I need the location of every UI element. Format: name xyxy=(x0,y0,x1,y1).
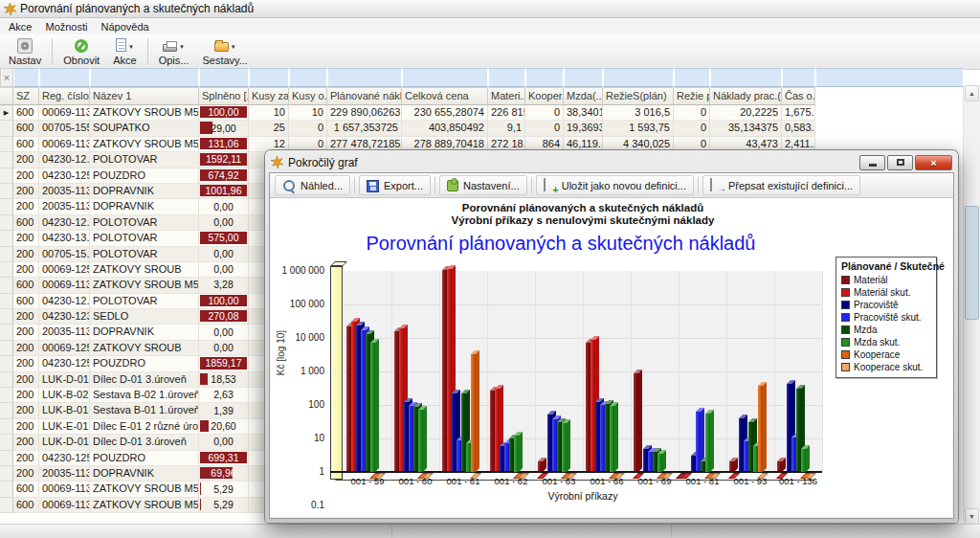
cell-splneno-progress[interactable]: 0,00 xyxy=(199,215,249,231)
cell-Kusy o...[interactable]: 10 xyxy=(289,105,327,121)
cell-Kusy za...[interactable]: 25 xyxy=(249,121,289,136)
cell-Mzda(...[interactable]: 19,36935 xyxy=(564,121,603,136)
cell-reg-cislo[interactable]: 00705-15... xyxy=(39,247,90,262)
cell-reg-cislo[interactable]: 20035-113 xyxy=(39,199,90,214)
row-selector[interactable] xyxy=(0,309,13,325)
column-header-RežieS(plán)[interactable]: RežieS(plán) xyxy=(603,87,674,105)
filter-cell[interactable] xyxy=(90,68,199,87)
column-header-Plánované nákl...[interactable]: Plánované nákl... xyxy=(327,87,402,105)
cell-nazev[interactable]: DOPRAVNIK xyxy=(90,184,199,199)
cell-Režie p...[interactable]: 0 xyxy=(674,121,710,136)
row-selector[interactable] xyxy=(0,152,13,168)
cell-reg-cislo[interactable]: 00705-155 xyxy=(39,121,90,136)
cell-sz[interactable]: 200 xyxy=(13,451,39,466)
toolbar-button-gear[interactable]: Nastav xyxy=(2,35,48,68)
row-selector[interactable] xyxy=(0,388,13,403)
cell-Celková cena[interactable]: 230 655,28074 xyxy=(402,105,488,121)
cell-nazev[interactable]: POLOTOVAR xyxy=(90,247,199,262)
dialog-toolbar-button-save-new[interactable]: Uložit jako novou definici... xyxy=(536,175,694,195)
column-header-Kooper...[interactable]: Kooper... xyxy=(525,87,564,105)
row-selector[interactable] xyxy=(0,199,13,214)
cell-sz[interactable]: 200 xyxy=(13,168,39,184)
cell-splneno-progress[interactable]: 20,60 xyxy=(199,419,249,435)
cell-sz[interactable]: 600 xyxy=(13,215,39,231)
cell-splneno-progress[interactable]: 1859,17 xyxy=(199,356,249,371)
cell-splneno-progress[interactable]: 100,00 xyxy=(199,105,249,121)
cell-splneno-progress[interactable]: 1001,96 xyxy=(199,184,249,199)
row-selector[interactable] xyxy=(0,341,13,356)
clear-filter-icon[interactable]: × xyxy=(0,68,13,87)
row-selector[interactable] xyxy=(0,403,13,418)
column-header-Náklady prac.(...[interactable]: Náklady prac.(... xyxy=(710,87,782,105)
cell-reg-cislo[interactable]: LUK-D-01 xyxy=(39,372,90,388)
column-header-Mzda(...[interactable]: Mzda(... xyxy=(564,87,603,105)
cell-reg-cislo[interactable]: 00069-113 xyxy=(39,105,90,121)
cell-splneno-progress[interactable]: 29,00 xyxy=(199,121,249,136)
cell-sz[interactable]: 200 xyxy=(13,341,39,356)
chevron-down-icon[interactable]: ▼ xyxy=(128,44,134,50)
cell-splneno-progress[interactable]: 699,31 xyxy=(199,451,249,466)
cell-nazev[interactable]: POUZDRO xyxy=(90,168,199,184)
row-selector[interactable] xyxy=(0,435,13,450)
cell-reg-cislo[interactable]: 04230-13... xyxy=(39,231,90,246)
filter-cell[interactable] xyxy=(815,68,964,87)
cell-reg-cislo[interactable]: 04230-125 xyxy=(39,356,90,371)
cell-sz[interactable]: 600 xyxy=(13,105,39,121)
toolbar-button-printer[interactable]: ▼Opis... xyxy=(152,35,196,68)
row-selector[interactable] xyxy=(0,247,13,262)
cell-nazev[interactable]: ZATKOVY SROUB M5 X... xyxy=(90,278,199,293)
cell-nazev[interactable]: ZATKOVY SROUB M5 X... xyxy=(90,137,199,152)
cell-splneno-progress[interactable]: 1592,11 xyxy=(199,152,249,168)
cell-splneno-progress[interactable]: 1,39 xyxy=(199,403,249,418)
row-selector[interactable] xyxy=(0,466,13,482)
minimize-button[interactable] xyxy=(859,155,885,170)
cell-Materi...[interactable]: 226 815 xyxy=(488,105,525,121)
cell-sz[interactable]: 200 xyxy=(13,325,39,340)
row-selector[interactable] xyxy=(0,372,13,388)
cell-sz[interactable]: 200 xyxy=(13,247,39,262)
row-selector[interactable] xyxy=(0,325,13,340)
cell-splneno-progress[interactable]: 5,29 xyxy=(199,498,249,513)
cell-reg-cislo[interactable]: 00069-113 xyxy=(39,278,90,293)
cell-nazev[interactable]: POUZDRO xyxy=(90,356,199,371)
column-header-SZ[interactable]: SZ xyxy=(13,87,39,105)
cell-Mzda(...[interactable]: 38,34013 xyxy=(564,105,603,121)
cell-nazev[interactable]: POUZDRO xyxy=(90,451,199,466)
cell-reg-cislo[interactable]: 20035-113 xyxy=(39,325,90,340)
cell-sz[interactable]: 600 xyxy=(13,498,39,513)
filter-cell[interactable] xyxy=(327,68,402,87)
cell-nazev[interactable]: ZATKOVY SROUB M5 X... xyxy=(90,482,199,497)
cell-RežieS(plán)[interactable]: 3 016,5 xyxy=(603,105,674,121)
cell-Náklady prac.(...[interactable]: 20,2225 xyxy=(710,105,782,121)
filter-cell[interactable] xyxy=(289,68,327,87)
cell-splneno-progress[interactable]: 0,00 xyxy=(199,247,249,262)
toolbar-button-folder[interactable]: ▼Sestavy... xyxy=(195,35,254,68)
cell-nazev[interactable]: Sestava B-01 1.úroveň xyxy=(90,403,199,418)
row-selector[interactable] xyxy=(0,121,13,136)
cell-splneno-progress[interactable]: 0,00 xyxy=(199,262,249,278)
toolbar-button-action-page[interactable]: ▼Akce xyxy=(106,35,143,68)
menu-item-akce[interactable]: Akce xyxy=(2,20,38,34)
cell-nazev[interactable]: ZATKOVY SROUB xyxy=(90,262,199,278)
scroll-up-icon[interactable]: ▲ xyxy=(965,85,979,101)
filter-cell[interactable] xyxy=(402,68,488,87)
cell-splneno-progress[interactable]: 5,29 xyxy=(199,482,249,497)
cell-sz[interactable]: 200 xyxy=(13,419,39,435)
row-selector[interactable] xyxy=(0,294,13,309)
filter-cell[interactable] xyxy=(603,68,674,87)
cell-nazev[interactable]: Sestava B-02 1.úroveň xyxy=(90,388,199,403)
cell-reg-cislo[interactable]: 20035-113 xyxy=(39,184,90,199)
cell-sz[interactable]: 200 xyxy=(13,466,39,482)
filter-cell[interactable] xyxy=(488,68,525,87)
cell-splneno-progress[interactable]: 0,00 xyxy=(199,199,249,214)
cell-nazev[interactable]: Dílec D-01 3.úroveň xyxy=(90,372,199,388)
cell-reg-cislo[interactable]: 00069-113 xyxy=(39,498,90,513)
column-header-Kusy za...[interactable]: Kusy za... xyxy=(249,87,289,105)
column-header-Kusy o...[interactable]: Kusy o... xyxy=(289,87,327,105)
cell-RežieS(plán)[interactable]: 1 593,75 xyxy=(603,121,674,136)
cell-splneno-progress[interactable]: 0,00 xyxy=(199,325,249,340)
cell-reg-cislo[interactable]: 04230-12... xyxy=(39,215,90,231)
cell-nazev[interactable]: POLOTOVAR xyxy=(90,152,199,168)
dialog-toolbar-button-export[interactable]: Export... xyxy=(359,175,431,195)
cell-nazev[interactable]: Dílec E-01 2 různé úrovně xyxy=(90,419,199,435)
